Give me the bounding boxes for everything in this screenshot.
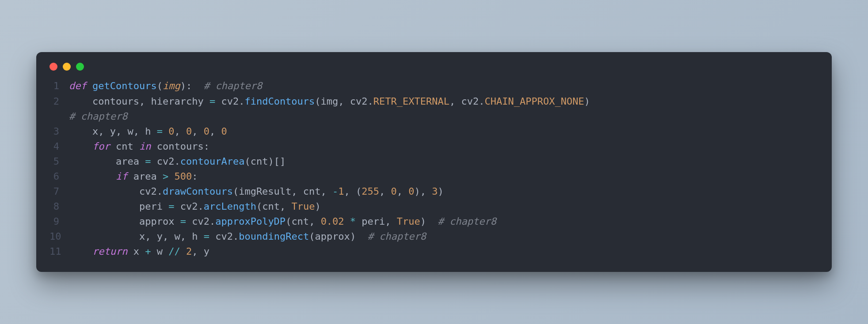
token-id: peri	[356, 216, 385, 227]
token-nm: 2	[186, 246, 192, 257]
token-id: cv2	[69, 186, 157, 197]
token-id: cv2	[350, 96, 368, 107]
close-icon[interactable]	[49, 63, 57, 71]
token-id	[69, 246, 92, 257]
token-id: x	[69, 126, 98, 137]
token-nm: 0	[204, 126, 209, 137]
token-fn: boundingRect	[239, 231, 309, 242]
token-fn: findContours	[244, 96, 315, 107]
line-number: 11	[49, 244, 69, 259]
code-line: 11 return x + w // 2, y	[49, 244, 819, 259]
token-pn: .	[479, 96, 484, 107]
token-prm: img	[163, 80, 180, 91]
token-op: //	[168, 246, 180, 257]
line-number: 10	[49, 229, 69, 244]
token-op: -	[332, 186, 338, 197]
token-id: h	[192, 231, 204, 242]
token-id	[180, 246, 186, 257]
token-pn: ,	[379, 186, 391, 197]
code-window: 1def getContours(img): # chapter82 conto…	[36, 52, 832, 271]
token-pn: ,	[385, 216, 397, 227]
token-nm: 0	[391, 186, 397, 197]
token-pn: ,	[98, 126, 110, 137]
token-id: contours	[157, 141, 204, 152]
token-id: x	[69, 231, 145, 242]
token-pn: .	[233, 231, 239, 242]
token-op: =	[204, 231, 216, 242]
token-fn: approxPolyDP	[215, 216, 286, 227]
token-id: cnt	[291, 216, 309, 227]
line-content: def getContours(img): # chapter8	[69, 79, 819, 94]
token-pn: )	[420, 216, 438, 227]
line-content: area = cv2.contourArea(cnt)[]	[69, 154, 819, 169]
token-pn: ,	[449, 96, 461, 107]
token-pn: .	[174, 156, 180, 167]
token-id: cnt	[116, 141, 139, 152]
token-pn: , (	[344, 186, 362, 197]
token-pn: ,	[133, 126, 145, 137]
token-id: area	[69, 156, 145, 167]
token-pn: (	[309, 231, 315, 242]
token-bl: True	[291, 201, 315, 212]
line-number: 2	[49, 94, 69, 109]
token-op: =	[157, 126, 169, 137]
token-nm: 0	[168, 126, 174, 137]
code-line: 10 x, y, w, h = cv2.boundingRect(approx)…	[49, 229, 819, 244]
token-pn: ,	[338, 96, 350, 107]
token-cm: # chapter8	[204, 80, 262, 91]
minimize-icon[interactable]	[63, 63, 71, 71]
token-pn: ,	[116, 126, 128, 137]
token-op: >	[163, 171, 175, 182]
token-pn: ,	[192, 126, 204, 137]
line-number: 8	[49, 199, 69, 214]
token-fn: arcLength	[204, 201, 256, 212]
token-id	[344, 216, 350, 227]
token-pn: ,	[163, 231, 175, 242]
token-id: area	[133, 171, 163, 182]
zoom-icon[interactable]	[76, 63, 84, 71]
token-id: y	[204, 246, 209, 257]
token-fn: drawContours	[163, 186, 233, 197]
token-kw: return	[92, 246, 133, 257]
token-nm: 0	[408, 186, 414, 197]
window-titlebar	[36, 63, 832, 79]
token-pn: ,	[180, 231, 192, 242]
code-line: 3 x, y, w, h = 0, 0, 0, 0	[49, 124, 819, 139]
token-id: cv2	[221, 96, 239, 107]
token-id: w	[174, 231, 180, 242]
code-line: 6 if area > 500:	[49, 169, 819, 184]
token-pn: :	[204, 141, 209, 152]
token-pn: ):	[180, 80, 204, 91]
code-line: 7 cv2.drawContours(imgResult, cnt, -1, (…	[49, 184, 819, 199]
code-line: 9 approx = cv2.approxPolyDP(cnt, 0.02 * …	[49, 214, 819, 229]
code-block[interactable]: 1def getContours(img): # chapter82 conto…	[36, 79, 832, 259]
token-pn: ,	[192, 246, 204, 257]
token-cm: # chapter8	[69, 111, 127, 122]
token-pn: )	[350, 231, 368, 242]
code-line: 5 area = cv2.contourArea(cnt)[]	[49, 154, 819, 169]
token-id: cv2	[461, 96, 479, 107]
token-nm: 0.02	[321, 216, 344, 227]
token-fn: contourArea	[180, 156, 245, 167]
token-pn: )	[584, 96, 602, 107]
token-pn: (	[233, 186, 239, 197]
token-op: =	[180, 216, 192, 227]
token-id: cv2	[157, 156, 175, 167]
code-line: 4 for cnt in contours:	[49, 139, 819, 154]
token-id: cnt	[303, 186, 321, 197]
token-op: =	[209, 96, 221, 107]
line-number: 5	[49, 154, 69, 169]
token-id: contours	[69, 96, 139, 107]
token-fn: getContours	[92, 80, 157, 91]
token-nm: 3	[432, 186, 438, 197]
token-nm: 500	[174, 171, 192, 182]
token-id: hierarchy	[151, 96, 209, 107]
token-pn: (	[244, 156, 250, 167]
token-pn: ,	[321, 186, 333, 197]
token-op: +	[145, 246, 151, 257]
token-id: cnt	[262, 201, 280, 212]
token-id: img	[321, 96, 339, 107]
token-pn: ,	[209, 126, 221, 137]
token-pn: ,	[397, 186, 409, 197]
token-pn: ,	[139, 96, 151, 107]
